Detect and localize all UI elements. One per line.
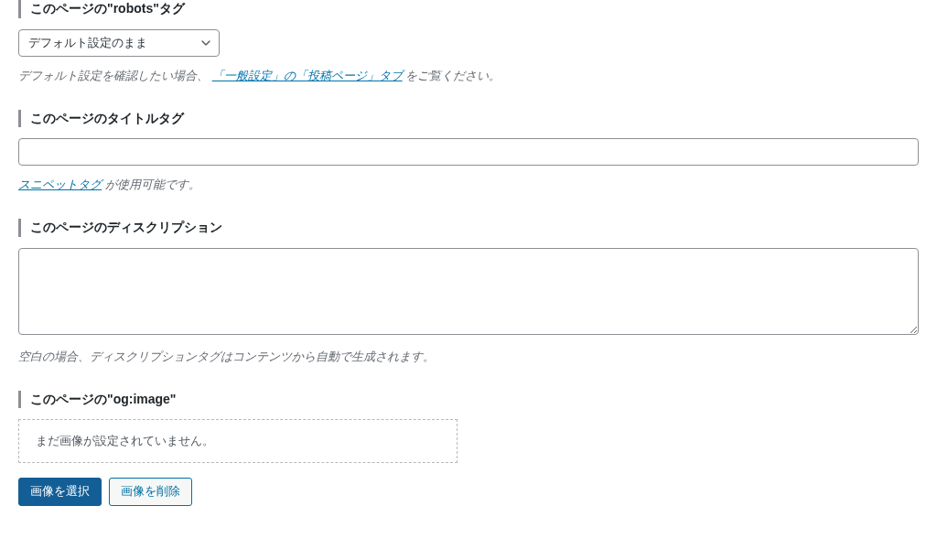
ogimage-button-row: 画像を選択 画像を削除	[18, 478, 919, 506]
select-image-button[interactable]: 画像を選択	[18, 478, 102, 506]
delete-image-button[interactable]: 画像を削除	[109, 478, 192, 506]
ogimage-heading: このページの"og:image"	[18, 391, 919, 409]
robots-help-link[interactable]: 「一般設定」の「投稿ページ」タブ	[212, 69, 403, 82]
description-heading: このページのディスクリプション	[18, 219, 919, 237]
ogimage-placeholder: まだ画像が設定されていません。	[18, 419, 458, 463]
snippet-tag-link[interactable]: スニペットタグ	[18, 178, 102, 191]
title-tag-section: このページのタイトルタグ スニペットタグ が使用可能です。	[18, 110, 919, 194]
ogimage-section: このページの"og:image" まだ画像が設定されていません。 画像を選択 画…	[18, 391, 919, 506]
description-section: このページのディスクリプション 空白の場合、ディスクリプションタグはコンテンツか…	[18, 219, 919, 365]
robots-section: このページの"robots"タグ デフォルト設定のまま デフォルト設定を確認した…	[18, 0, 919, 84]
robots-heading: このページの"robots"タグ	[18, 0, 919, 18]
title-tag-input[interactable]	[18, 138, 919, 166]
description-help-text: 空白の場合、ディスクリプションタグはコンテンツから自動で生成されます。	[18, 349, 919, 365]
title-tag-help-text: スニペットタグ が使用可能です。	[18, 177, 919, 193]
description-textarea[interactable]	[18, 248, 919, 335]
robots-select[interactable]: デフォルト設定のまま	[18, 29, 220, 57]
robots-help-text: デフォルト設定を確認したい場合、 「一般設定」の「投稿ページ」タブ をご覧くださ…	[18, 68, 919, 84]
title-tag-heading: このページのタイトルタグ	[18, 110, 919, 128]
